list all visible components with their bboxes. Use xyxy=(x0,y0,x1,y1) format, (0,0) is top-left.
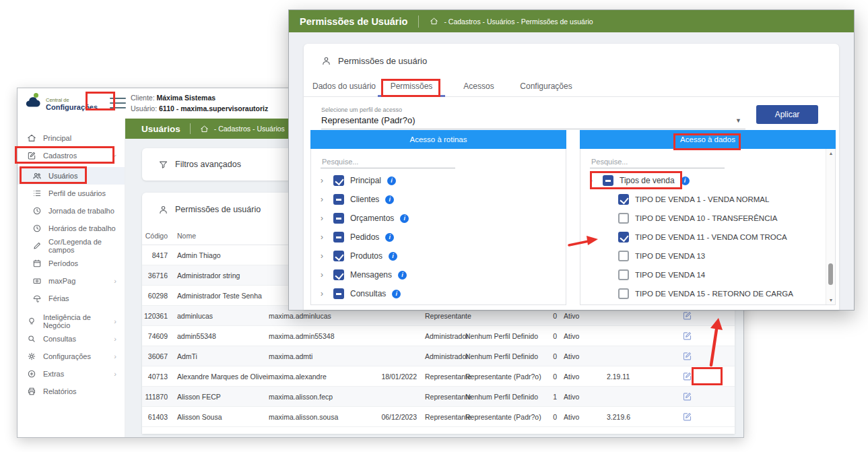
sidebar-item-consultas[interactable]: Consultas› xyxy=(18,330,125,348)
person-icon xyxy=(158,205,168,215)
menu-toggle-icon[interactable] xyxy=(110,98,126,112)
scrollbar[interactable]: ▲ ▼ xyxy=(826,149,835,304)
data-panel: Acesso à dados ›Tipos de venda TIPO DE V… xyxy=(580,130,836,305)
routines-panel-header: Acesso à rotinas xyxy=(310,130,566,149)
data-search-input[interactable] xyxy=(590,156,725,168)
tab-acessos[interactable]: Acessos xyxy=(445,75,512,96)
cloud-logo-icon xyxy=(24,94,42,114)
checkbox[interactable] xyxy=(618,251,629,261)
tree-item-clientes[interactable]: ›Clientes xyxy=(311,190,566,209)
chevron-right-icon[interactable]: › xyxy=(321,214,327,223)
sidebar-item-extras[interactable]: Extras› xyxy=(18,365,125,383)
home-icon[interactable] xyxy=(430,17,438,26)
scroll-up-icon[interactable]: ▲ xyxy=(826,151,836,156)
info-icon[interactable] xyxy=(398,271,407,280)
dialog-title: Permissões de Usuário xyxy=(300,16,407,27)
profile-select[interactable]: Representante (Padr?o) ▼ xyxy=(321,113,745,129)
checkbox[interactable] xyxy=(333,269,344,280)
chevron-right-icon[interactable]: › xyxy=(321,270,327,280)
user-value: 6110 - maxima.supervisorautoriz xyxy=(159,104,268,112)
sidebar-item-configuracoes[interactable]: Configurações› xyxy=(18,348,125,365)
tree-item-tipo-venda-13[interactable]: TIPO DE VENDA 13 xyxy=(580,247,835,265)
checkbox[interactable] xyxy=(333,232,344,243)
tree-item-tipo-venda-1[interactable]: TIPO DE VENDA 1 - VENDA NORMAL xyxy=(580,190,835,209)
checkbox[interactable] xyxy=(333,175,344,186)
checkbox[interactable] xyxy=(333,251,344,261)
chevron-right-icon[interactable]: › xyxy=(321,176,327,185)
info-icon[interactable] xyxy=(385,233,394,242)
tree-item-consultas[interactable]: ›Consultas xyxy=(311,284,566,303)
edit-user-button[interactable] xyxy=(682,391,692,401)
home-icon[interactable] xyxy=(200,125,209,133)
tree-item-pedidos[interactable]: ›Pedidos xyxy=(311,228,566,247)
sidebar-item-relatorios[interactable]: Relatórios xyxy=(18,383,125,400)
sidebar-item-usuarios[interactable]: Usuários xyxy=(18,167,125,185)
sidebar-item-ferias[interactable]: Férias xyxy=(18,290,125,307)
tree-item-mensagens[interactable]: ›Mensagens xyxy=(311,265,566,284)
chevron-down-icon[interactable]: › xyxy=(590,176,597,185)
chevron-right-icon[interactable]: › xyxy=(321,251,327,261)
data-panel-header: Acesso à dados xyxy=(580,130,836,149)
info-icon[interactable] xyxy=(387,176,396,185)
edit-user-button[interactable] xyxy=(682,311,692,321)
edit-user-button[interactable] xyxy=(682,412,692,422)
checkbox[interactable] xyxy=(333,288,344,299)
chevron-right-icon: › xyxy=(114,352,116,360)
edit-user-button-highlighted[interactable] xyxy=(682,371,692,381)
tree-item-tipo-venda-15[interactable]: TIPO DE VENDA 15 - RETORNO DE CARGA xyxy=(580,284,835,303)
checkbox[interactable] xyxy=(618,288,629,299)
routines-search-input[interactable] xyxy=(321,156,455,168)
edit-user-button[interactable] xyxy=(682,351,692,361)
sidebar-item-jornada-de-trabalho[interactable]: Jornada de trabalho xyxy=(18,202,125,220)
table-row[interactable]: 36067AdmTimaxima.admtiAdministradorNenhu… xyxy=(142,346,735,366)
tree-item-tipo-venda-10[interactable]: TIPO DE VENDA 10 - TRANSFERÊNCIA xyxy=(580,209,835,228)
sidebar-item-cor-legenda[interactable]: Cor/Legenda de campos xyxy=(18,237,125,255)
screenshot-canvas: Central de Configurações Cliente: Máxima… xyxy=(0,0,868,452)
sidebar-item-periodos[interactable]: Períodos xyxy=(18,255,125,272)
info-icon[interactable] xyxy=(392,290,401,298)
scroll-down-icon[interactable]: ▼ xyxy=(826,298,836,302)
sidebar-item-horarios-de-trabalho[interactable]: Horários de trabalho xyxy=(18,220,125,237)
tree-item-tipo-venda-14[interactable]: TIPO DE VENDA 14 xyxy=(580,265,835,284)
permissions-card: Permissões de usuário Dados do usuário P… xyxy=(304,44,839,310)
sidebar-item-maxpag[interactable]: maxPag› xyxy=(18,272,125,290)
chevron-right-icon[interactable]: › xyxy=(321,232,327,242)
checkbox[interactable] xyxy=(618,232,629,243)
sidebar-item-inteligencia[interactable]: Inteligência de Negócio› xyxy=(18,313,125,330)
edit-user-button[interactable] xyxy=(682,331,692,341)
checkbox[interactable] xyxy=(618,213,629,224)
table-row-alexandre[interactable]: 40713Alexandre Marques de Oliveiramaxima… xyxy=(142,366,735,387)
section-title-row: Permissões de usuário xyxy=(304,44,839,66)
table-row[interactable]: 111870Alisson FECPmaxima.alisson.fecpRep… xyxy=(142,387,735,407)
card-title: Permissões de usuário xyxy=(175,205,261,214)
sidebar-item-principal[interactable]: Principal xyxy=(18,129,125,147)
scroll-thumb[interactable] xyxy=(828,263,833,285)
table-row[interactable]: 74609admin55348maxima.admin55348Administ… xyxy=(142,326,735,346)
tree-item-tipo-venda-11[interactable]: TIPO DE VENDA 11 - VENDA COM TROCA xyxy=(580,228,835,247)
chevron-right-icon[interactable]: › xyxy=(321,289,327,298)
tab-permissoes[interactable]: Permissões xyxy=(378,75,445,96)
data-tree: ›Tipos de venda TIPO DE VENDA 1 - VENDA … xyxy=(580,171,835,303)
checkbox[interactable] xyxy=(618,194,629,205)
tree-item-orcamentos[interactable]: ›Orçamentos xyxy=(311,209,566,228)
user-permissions-window: Permissões de Usuário - Cadastros - Usuá… xyxy=(288,9,855,311)
checkbox[interactable] xyxy=(333,194,344,205)
sidebar-item-cadastros[interactable]: Cadastros› xyxy=(18,147,125,164)
chevron-right-icon: › xyxy=(114,335,116,343)
info-icon[interactable] xyxy=(385,195,394,204)
table-row[interactable]: 61403Alisson Sousamaxima.alisson.sousa06… xyxy=(142,407,735,427)
info-icon[interactable] xyxy=(681,176,690,185)
tab-configuracoes[interactable]: Configurações xyxy=(512,75,580,96)
apply-button[interactable]: Aplicar xyxy=(756,105,818,124)
checkbox[interactable] xyxy=(618,269,629,280)
chevron-right-icon[interactable]: › xyxy=(321,195,327,204)
tab-dados-do-usuario[interactable]: Dados do usuário xyxy=(310,75,378,96)
tree-item-principal[interactable]: ›Principal xyxy=(311,171,566,190)
info-icon[interactable] xyxy=(389,252,397,261)
sidebar-item-perfil-de-usuarios[interactable]: Perfil de usuários xyxy=(18,185,125,202)
tree-group-tipos-de-venda[interactable]: ›Tipos de venda xyxy=(580,171,835,190)
checkbox[interactable] xyxy=(603,175,613,186)
tree-item-produtos[interactable]: ›Produtos xyxy=(311,247,566,265)
checkbox[interactable] xyxy=(333,213,344,224)
info-icon[interactable] xyxy=(400,214,409,223)
